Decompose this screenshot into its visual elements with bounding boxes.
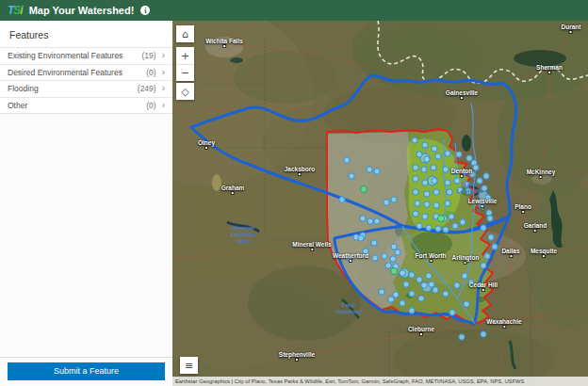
flood-marker[interactable] bbox=[424, 156, 430, 162]
feature-row-desired-environmental-features[interactable]: Desired Environmental Features(0)› bbox=[0, 65, 172, 82]
flood-marker[interactable] bbox=[374, 169, 380, 174]
flood-marker[interactable] bbox=[391, 244, 397, 249]
flood-marker[interactable] bbox=[400, 300, 405, 306]
flood-marker[interactable] bbox=[481, 225, 486, 231]
flood-marker[interactable] bbox=[432, 146, 437, 152]
flood-marker[interactable] bbox=[433, 202, 439, 208]
flood-marker[interactable] bbox=[385, 263, 391, 268]
feature-row-other[interactable]: Other(0)› bbox=[0, 98, 172, 115]
info-icon[interactable]: i bbox=[140, 6, 150, 15]
flood-marker[interactable] bbox=[358, 235, 364, 241]
flood-marker[interactable] bbox=[424, 201, 430, 207]
flood-marker[interactable] bbox=[393, 292, 399, 298]
flood-marker[interactable] bbox=[432, 178, 437, 184]
flood-marker[interactable] bbox=[483, 173, 489, 179]
flood-marker[interactable] bbox=[422, 142, 428, 148]
flood-marker[interactable] bbox=[479, 202, 484, 208]
flood-marker[interactable] bbox=[443, 167, 449, 172]
flood-marker[interactable] bbox=[438, 216, 445, 222]
flood-marker[interactable] bbox=[421, 167, 427, 172]
flood-marker[interactable] bbox=[459, 334, 465, 340]
flood-marker[interactable] bbox=[391, 268, 398, 275]
flood-marker[interactable] bbox=[460, 219, 466, 225]
flood-marker[interactable] bbox=[449, 310, 455, 315]
flood-marker[interactable] bbox=[409, 291, 415, 297]
flood-marker[interactable] bbox=[457, 187, 463, 193]
flood-marker[interactable] bbox=[449, 214, 454, 219]
home-button[interactable]: ⌂ bbox=[176, 25, 194, 42]
flood-marker[interactable] bbox=[443, 227, 449, 233]
flood-marker[interactable] bbox=[349, 173, 354, 179]
flood-marker[interactable] bbox=[433, 287, 438, 293]
flood-marker[interactable] bbox=[429, 281, 434, 287]
map[interactable]: Wichita FallsOlneyJacksboroGrahamMineral… bbox=[172, 21, 588, 386]
flood-marker[interactable] bbox=[466, 188, 471, 194]
flood-marker[interactable] bbox=[454, 282, 460, 288]
flood-marker[interactable] bbox=[456, 152, 462, 157]
flood-marker[interactable] bbox=[416, 152, 422, 157]
flood-marker[interactable] bbox=[374, 218, 380, 224]
flood-marker[interactable] bbox=[462, 273, 467, 279]
flood-marker[interactable] bbox=[487, 216, 493, 221]
flood-marker[interactable] bbox=[409, 272, 415, 278]
flood-marker[interactable] bbox=[473, 165, 479, 170]
feature-row-existing-environmental-features[interactable]: Existing Environmental Features(19)› bbox=[0, 48, 172, 65]
flood-marker[interactable] bbox=[452, 169, 458, 174]
flood-marker[interactable] bbox=[413, 189, 418, 195]
flood-marker[interactable] bbox=[433, 189, 439, 195]
flood-marker[interactable] bbox=[424, 191, 430, 197]
flood-marker[interactable] bbox=[443, 291, 449, 297]
zoom-out-button[interactable]: − bbox=[176, 64, 194, 81]
flood-marker[interactable] bbox=[416, 223, 422, 229]
flood-marker[interactable] bbox=[492, 244, 498, 249]
flood-marker[interactable] bbox=[400, 270, 405, 276]
flood-marker[interactable] bbox=[388, 297, 394, 302]
flood-marker[interactable] bbox=[445, 180, 450, 185]
flood-marker[interactable] bbox=[413, 165, 418, 170]
flood-marker[interactable] bbox=[426, 273, 432, 279]
flood-marker[interactable] bbox=[382, 253, 387, 259]
flood-marker[interactable] bbox=[360, 216, 366, 221]
flood-marker[interactable] bbox=[372, 255, 378, 261]
flood-marker[interactable] bbox=[339, 197, 345, 202]
flood-marker[interactable] bbox=[452, 223, 458, 229]
flood-marker[interactable] bbox=[482, 185, 487, 191]
flood-marker[interactable] bbox=[418, 296, 424, 301]
legend-button[interactable]: ≡ bbox=[180, 357, 198, 374]
flood-marker[interactable] bbox=[468, 280, 474, 285]
flood-marker[interactable] bbox=[390, 256, 396, 262]
flood-marker[interactable] bbox=[344, 157, 350, 163]
flood-marker[interactable] bbox=[371, 240, 377, 246]
flood-marker[interactable] bbox=[477, 178, 482, 184]
flood-marker[interactable] bbox=[484, 253, 490, 259]
flood-marker[interactable] bbox=[488, 234, 494, 240]
flood-marker[interactable] bbox=[445, 201, 450, 206]
flood-marker[interactable] bbox=[367, 167, 372, 172]
flood-marker[interactable] bbox=[416, 277, 422, 282]
flood-marker[interactable] bbox=[435, 226, 441, 232]
flood-marker[interactable] bbox=[422, 180, 428, 185]
flood-marker[interactable] bbox=[368, 218, 373, 224]
flood-marker[interactable] bbox=[415, 201, 420, 206]
flood-marker[interactable] bbox=[395, 249, 400, 255]
flood-marker[interactable] bbox=[447, 189, 452, 195]
flood-marker[interactable] bbox=[409, 308, 415, 314]
flood-marker[interactable] bbox=[422, 214, 428, 219]
flood-marker[interactable] bbox=[466, 155, 472, 161]
flood-marker[interactable] bbox=[426, 225, 432, 231]
zoom-in-button[interactable]: + bbox=[176, 47, 194, 64]
flood-marker[interactable] bbox=[454, 178, 460, 184]
feature-row-flooding[interactable]: Flooding(249)› bbox=[0, 81, 172, 98]
flood-marker[interactable] bbox=[481, 263, 486, 268]
flood-marker[interactable] bbox=[462, 169, 467, 175]
flood-marker[interactable] bbox=[481, 331, 486, 337]
flood-marker[interactable] bbox=[412, 137, 417, 143]
flood-marker[interactable] bbox=[421, 282, 427, 288]
flood-marker[interactable] bbox=[464, 301, 469, 307]
flood-marker[interactable] bbox=[379, 289, 384, 295]
locate-button[interactable]: ◇ bbox=[176, 83, 194, 100]
flood-marker[interactable] bbox=[347, 255, 352, 261]
submit-feature-button[interactable]: Submit a Feature bbox=[8, 362, 165, 380]
flood-marker[interactable] bbox=[391, 197, 397, 202]
flood-marker[interactable] bbox=[469, 171, 475, 177]
